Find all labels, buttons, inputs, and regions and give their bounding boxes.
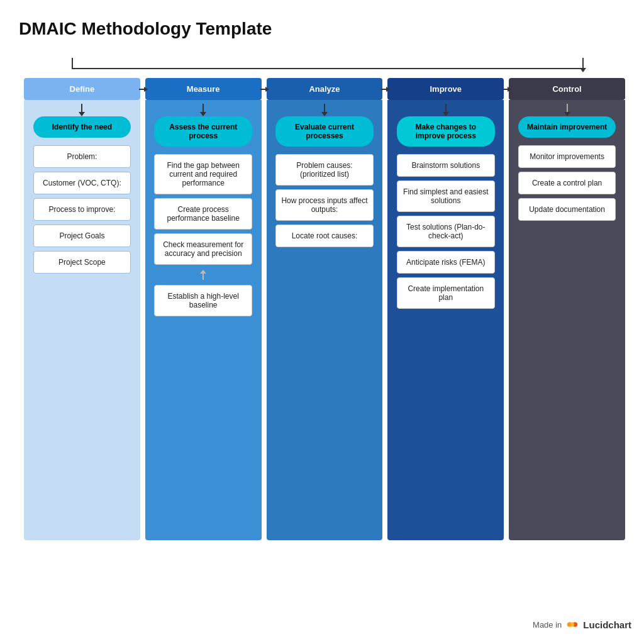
list-item: Problem: <box>33 145 131 168</box>
dmaic-diagram: Define Identify the need Problem: Custom… <box>19 78 625 540</box>
made-in-label: Made in <box>533 620 562 630</box>
lucidchart-label: Lucidchart <box>583 619 631 630</box>
arrow-right-measure <box>260 87 269 92</box>
arrow-up-measure <box>200 270 206 280</box>
list-item: Create a control plan <box>518 172 616 194</box>
branding: Made in Lucidchart <box>533 618 631 631</box>
column-body-analyze: Evaluate current processes Problem cause… <box>267 100 383 540</box>
column-define: Define Identify the need Problem: Custom… <box>24 78 140 540</box>
column-improve: Improve Make changes to improve process … <box>387 78 504 540</box>
list-item: How process inputs affect outputs: <box>275 189 374 221</box>
column-body-define: Identify the need Problem: Customer (VOC… <box>24 100 140 540</box>
phase-header-improve: Improve <box>387 78 504 100</box>
column-control: Control Maintain improvement Monitor imp… <box>509 78 625 540</box>
list-item: Establish a high-level baseline <box>154 285 252 316</box>
down-arrow-measure <box>203 104 204 113</box>
svg-point-2 <box>571 622 575 627</box>
column-body-measure: Assess the current process Find the gap … <box>145 100 262 540</box>
subhead-control: Maintain improvement <box>518 116 616 138</box>
down-arrow-analyze <box>324 104 325 113</box>
arrow-right-define <box>139 87 148 92</box>
list-item: Project Scope <box>33 251 131 274</box>
column-body-control: Maintain improvement Monitor improvement… <box>509 100 625 540</box>
list-item: Project Goals <box>33 225 131 247</box>
phase-header-analyze: Analyze <box>267 78 383 100</box>
down-arrow-improve <box>445 104 447 113</box>
down-arrow-control <box>567 104 568 113</box>
list-item: Test solutions (Plan-do-check-act) <box>397 216 495 247</box>
list-item: Check measurement for accuracy and preci… <box>154 233 252 265</box>
phase-header-measure: Measure <box>145 78 262 100</box>
list-item: Process to improve: <box>33 198 131 221</box>
list-item: Problem causes: (prioritized list) <box>275 154 374 186</box>
list-item: Anticipate risks (FEMA) <box>397 251 495 274</box>
list-item: Brainstorm solutions <box>397 154 495 177</box>
lucidchart-icon <box>565 618 579 631</box>
subhead-define: Identify the need <box>33 116 131 138</box>
list-item: Locate root causes: <box>275 225 374 247</box>
list-item: Find simplest and easiest solutions <box>397 180 495 212</box>
phase-header-control: Control <box>509 78 625 100</box>
list-item: Update documentation <box>518 198 616 221</box>
column-body-improve: Make changes to improve process Brainsto… <box>387 100 504 540</box>
phase-header-define: Define <box>24 78 140 100</box>
column-measure: Measure Assess the current process Find … <box>145 78 262 540</box>
list-item: Customer (VOC, CTQ): <box>33 172 131 194</box>
subhead-measure: Assess the current process <box>154 116 252 147</box>
list-item: Create process performance baseline <box>154 198 252 230</box>
column-analyze: Analyze Evaluate current processes Probl… <box>267 78 383 540</box>
down-arrow-define <box>81 104 82 113</box>
page-title: DMAIC Methodology Template <box>19 19 625 39</box>
list-item: Create implementation plan <box>397 277 495 309</box>
list-item: Find the gap between current and require… <box>154 154 252 194</box>
list-item: Monitor improvements <box>518 145 616 168</box>
arrow-right-analyze <box>381 87 390 92</box>
subhead-improve: Make changes to improve process <box>397 116 495 147</box>
subhead-analyze: Evaluate current processes <box>275 116 374 147</box>
arrow-right-improve <box>502 87 511 92</box>
